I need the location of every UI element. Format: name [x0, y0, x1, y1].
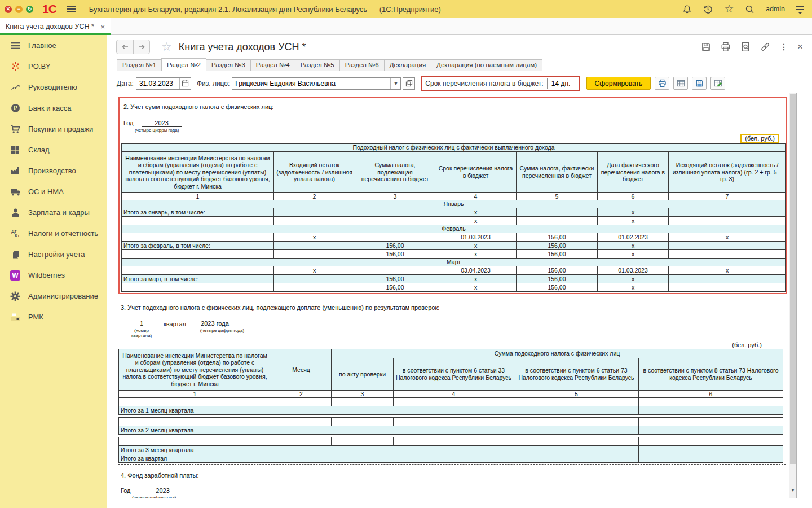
value-cell[interactable] [639, 446, 783, 454]
table2-col-header-3[interactable]: Сумма налога, подлежащая перечислению в … [355, 152, 435, 193]
toolbar-print-button[interactable] [655, 77, 669, 90]
table3-sub-header-4[interactable]: в соответствии с пунктом 8 статьи 73 Нал… [639, 358, 783, 391]
value-cell[interactable]: 01.03.2023 [598, 266, 669, 275]
value-cell[interactable] [394, 437, 514, 446]
value-cell[interactable] [271, 426, 514, 435]
report-tab-7[interactable]: Декларация [384, 59, 431, 71]
value-cell[interactable]: х [669, 266, 786, 275]
column-number[interactable]: 2 [274, 193, 355, 200]
column-number[interactable]: 5 [517, 193, 598, 200]
year-value[interactable]: 2023 [142, 120, 182, 127]
row-label[interactable] [122, 283, 274, 292]
report-tab-3[interactable]: Раздел №3 [206, 59, 251, 71]
value-cell[interactable]: х [598, 217, 669, 225]
table3-sub-header-3[interactable]: в соответствии с пунктом 6 статьи 73 Нал… [514, 358, 639, 391]
save-icon[interactable] [701, 42, 711, 52]
row-label[interactable] [119, 398, 271, 406]
section2-table[interactable]: Подоходный налог с физических лиц с факт… [121, 143, 786, 292]
table2-group-header[interactable]: Подоходный налог с физических лиц с факт… [122, 144, 786, 152]
scrollbar-down-arrow[interactable]: ▼ [789, 488, 796, 493]
value-cell[interactable] [639, 437, 783, 446]
table3-col-inspection[interactable]: Наименование инспекции Министерства по н… [119, 349, 271, 391]
term-field[interactable]: 14 дн. [547, 78, 575, 89]
column-number[interactable]: 1 [122, 193, 274, 200]
row-label[interactable] [122, 233, 274, 242]
date-value[interactable]: 31.03.2023 [136, 80, 179, 87]
row-label[interactable] [122, 217, 274, 225]
sidebar-item-администрирование[interactable]: Администрирование [0, 286, 107, 306]
quarter-year-value[interactable]: 2023 года [191, 320, 239, 327]
calendar-icon[interactable] [179, 78, 191, 89]
date-field[interactable]: 31.03.2023 [136, 77, 191, 90]
value-cell[interactable] [639, 418, 783, 426]
value-cell[interactable]: 03.04.2023 [435, 266, 517, 275]
value-cell[interactable] [669, 283, 786, 292]
month-band[interactable]: Февраль [122, 225, 786, 233]
value-cell[interactable]: х [274, 266, 355, 275]
row-label[interactable] [122, 250, 274, 259]
sidebar-item-производство[interactable]: Производство [0, 160, 107, 181]
current-user[interactable]: admin [766, 5, 785, 13]
value-cell[interactable]: 01.02.2023 [598, 233, 669, 242]
value-cell[interactable] [332, 437, 394, 446]
month-band[interactable]: Март [122, 259, 786, 266]
value-cell[interactable] [271, 437, 332, 446]
value-cell[interactable]: х [435, 217, 517, 225]
main-menu-icon[interactable] [67, 4, 76, 14]
value-cell[interactable] [514, 454, 639, 463]
table3-col-month[interactable]: Месяц [271, 349, 332, 391]
forward-button[interactable] [133, 40, 149, 54]
value-cell[interactable] [669, 242, 786, 250]
report-tab-5[interactable]: Раздел №5 [295, 59, 340, 71]
column-number[interactable]: 4 [394, 391, 514, 398]
value-cell[interactable] [639, 398, 783, 406]
more-actions-icon[interactable]: ⋮ [780, 42, 788, 51]
sidebar-item-руководителю[interactable]: Руководителю [0, 77, 107, 98]
row-label[interactable]: Итого за февраль, в том числе: [122, 242, 274, 250]
value-cell[interactable] [639, 426, 783, 435]
vertical-scrollbar[interactable]: ▼ [789, 93, 796, 498]
value-cell[interactable]: 156,00 [355, 283, 435, 292]
value-cell[interactable]: х [598, 250, 669, 259]
value-cell[interactable]: 156,00 [517, 266, 598, 275]
sidebar-item-po.by[interactable]: PO.BY [0, 56, 107, 77]
value-cell[interactable]: х [669, 233, 786, 242]
value-cell[interactable] [355, 233, 435, 242]
sidebar-item-склад[interactable]: Склад [0, 139, 107, 160]
value-cell[interactable] [514, 446, 639, 454]
search-icon[interactable] [745, 4, 755, 14]
year4-value[interactable]: 2023 [139, 487, 187, 494]
column-number[interactable]: 4 [435, 193, 517, 200]
value-cell[interactable] [274, 250, 355, 259]
column-number[interactable]: 1 [119, 391, 271, 398]
favorites-star-icon[interactable]: ☆ [724, 4, 734, 14]
person-dropdown-icon[interactable]: ▼ [390, 78, 400, 89]
table2-col-header-5[interactable]: Сумма налога, фактически перечисленная в… [517, 152, 598, 193]
value-cell[interactable] [355, 266, 435, 275]
sidebar-item-покупки-и-продажи[interactable]: Покупки и продажи [0, 119, 107, 139]
value-cell[interactable] [517, 208, 598, 217]
value-cell[interactable] [394, 398, 514, 406]
value-cell[interactable] [271, 398, 332, 406]
value-cell[interactable] [394, 418, 514, 426]
window-minimize-button[interactable]: − [15, 6, 23, 13]
toolbar-settings-button[interactable] [710, 77, 725, 90]
row-label[interactable]: Итого за квартал [119, 454, 271, 463]
value-cell[interactable] [274, 217, 355, 225]
report-tab-1[interactable]: Раздел №1 [117, 59, 162, 71]
value-cell[interactable] [274, 283, 355, 292]
section2-selected-area[interactable]: 2. Учет сумм подоходного налога с физиче… [118, 97, 787, 294]
value-cell[interactable]: х [598, 208, 669, 217]
toolbar-save-button[interactable] [692, 77, 707, 90]
person-field[interactable]: Грицкевич Евдокия Васильевна ▼ [232, 77, 401, 90]
value-cell[interactable] [639, 454, 783, 463]
column-number[interactable]: 3 [332, 391, 394, 398]
sidebar-item-налоги-и-отчетность[interactable]: ДтКтНалоги и отчетность [0, 223, 107, 244]
person-value[interactable]: Грицкевич Евдокия Васильевна [232, 80, 390, 87]
table2-col-header-7[interactable]: Исходящий остаток (задолженность / излиш… [669, 152, 786, 193]
row-label[interactable]: Итого за 3 месяц квартала [119, 446, 271, 454]
value-cell[interactable] [669, 217, 786, 225]
column-number[interactable]: 7 [669, 193, 786, 200]
sidebar-item-банк-и-касса[interactable]: РБанк и касса [0, 98, 107, 119]
sidebar-item-главное[interactable]: Главное [0, 35, 107, 56]
